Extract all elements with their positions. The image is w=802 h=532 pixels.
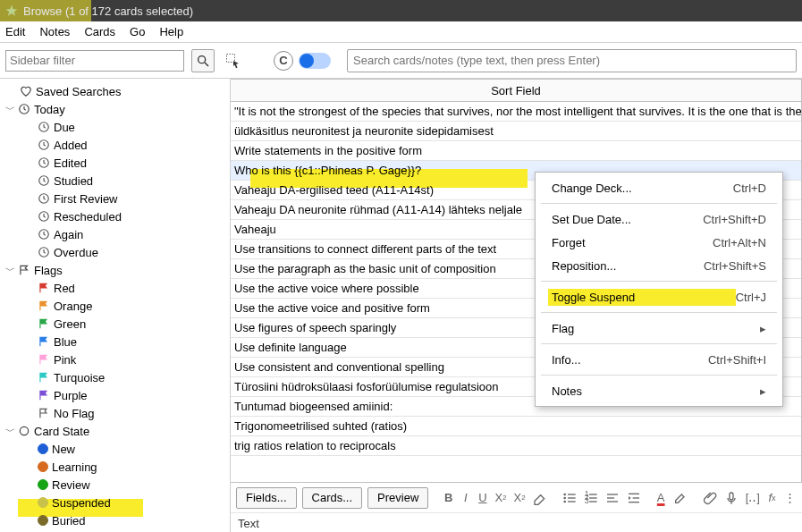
ul-button[interactable]	[561, 487, 578, 509]
highlight-button[interactable]	[672, 487, 688, 509]
preview-button[interactable]: Preview	[367, 487, 428, 509]
sidebar-saved-searches[interactable]: Saved Searches	[0, 82, 230, 100]
caret-down-icon[interactable]: ﹀	[5, 103, 14, 116]
clock-icon	[38, 174, 50, 187]
sidebar-label: First Review	[54, 192, 118, 206]
anki-app-icon	[5, 4, 18, 17]
menu-item-label: Info...	[552, 353, 708, 367]
sidebar-state-item[interactable]: New	[0, 440, 230, 458]
record-button[interactable]	[723, 487, 739, 509]
menu-help[interactable]: Help	[159, 25, 183, 38]
context-menu-item[interactable]: Reposition...Ctrl+Shift+S	[536, 254, 782, 277]
cards-notes-toggle-label: C	[274, 51, 293, 71]
svg-rect-32	[730, 493, 733, 500]
context-menu-item[interactable]: Toggle SuspendCtrl+J	[536, 285, 782, 308]
sidebar-today-item[interactable]: Added	[0, 136, 230, 154]
sidebar-today[interactable]: ﹀ Today	[0, 100, 230, 118]
caret-down-icon[interactable]: ﹀	[5, 425, 14, 438]
sidebar-flag-item[interactable]: Red	[0, 279, 230, 297]
sidebar-state-item[interactable]: Review	[0, 476, 230, 494]
search-input[interactable]	[347, 49, 797, 72]
sidebar-today-item[interactable]: Again	[0, 225, 230, 243]
sidebar-label: Turquoise	[54, 371, 105, 384]
align-button[interactable]	[604, 487, 620, 509]
context-menu-item[interactable]: Flag	[536, 317, 782, 340]
sidebar-label: Learning	[52, 460, 97, 474]
subscript-button[interactable]: X2	[513, 487, 527, 509]
sidebar-flag-item[interactable]: Purple	[0, 386, 230, 404]
cards-button[interactable]: Cards...	[302, 487, 363, 509]
more-button[interactable]: ⋮	[783, 487, 797, 509]
table-row[interactable]: "It is not the strongest of the species …	[231, 102, 801, 122]
state-dot-icon	[38, 515, 48, 526]
fields-button[interactable]: Fields...	[236, 487, 297, 509]
context-menu-item[interactable]: Info...Ctrl+Shift+I	[536, 348, 782, 371]
sidebar-today-item[interactable]: Overdue	[0, 243, 230, 261]
sidebar-flag-item[interactable]: Orange	[0, 297, 230, 315]
underline-button[interactable]: U	[477, 487, 488, 509]
sidebar-flag-item[interactable]: Pink	[0, 350, 230, 368]
window-titlebar: Browse (1 of 172 cards selected)	[0, 0, 802, 21]
sidebar-flag-item[interactable]: No Flag	[0, 404, 230, 422]
select-tool-button[interactable]	[222, 49, 245, 72]
sidebar-state-item[interactable]: Buried	[0, 511, 230, 529]
context-menu-item[interactable]: Set Due Date...Ctrl+Shift+D	[536, 207, 782, 231]
sidebar-label: Suspended	[52, 496, 111, 510]
row-text: Tuntumad biogeensed amiinid:	[234, 400, 393, 413]
sidebar-label: Rescheduled	[54, 210, 122, 224]
clock-icon	[38, 192, 50, 205]
context-menu-item[interactable]: Change Deck...Ctrl+D	[536, 176, 782, 199]
menu-item-label: Set Due Date...	[552, 213, 703, 226]
table-row[interactable]: Trigonomeetrilised suhted (ratios)	[231, 417, 801, 436]
grid-header[interactable]: Sort Field	[231, 79, 802, 102]
sidebar-label: Card State	[34, 425, 89, 438]
sidebar-card-state[interactable]: ﹀ Card State	[0, 422, 230, 440]
field-label-text: Text	[231, 512, 802, 532]
clock-icon	[38, 139, 50, 151]
menu-notes[interactable]: Notes	[39, 25, 70, 38]
cards-notes-toggle[interactable]	[299, 53, 331, 69]
paperclip-icon	[703, 491, 717, 505]
sidebar-today-item[interactable]: Rescheduled	[0, 207, 230, 225]
table-row[interactable]: üldkäsitlus neuronitest ja neuronite sid…	[231, 122, 801, 141]
sidebar-flags[interactable]: ﹀ Flags	[0, 261, 230, 279]
context-menu-item[interactable]: ForgetCtrl+Alt+N	[536, 231, 782, 254]
sidebar-flag-item[interactable]: Turquoise	[0, 368, 230, 386]
text-color-button[interactable]: A	[655, 487, 667, 509]
sidebar-flag-item[interactable]: Blue	[0, 333, 230, 350]
table-row[interactable]: Write statements in the positive form	[231, 141, 801, 161]
superscript-button[interactable]: X2	[494, 487, 507, 509]
sidebar-state-item[interactable]: Learning	[0, 458, 230, 476]
sidebar-today-item[interactable]: First Review	[0, 190, 230, 207]
menu-edit[interactable]: Edit	[5, 25, 25, 38]
sidebar-filter-input[interactable]	[5, 50, 184, 72]
cloze-button[interactable]: [‥]	[745, 487, 761, 509]
fx-button[interactable]: fx	[766, 487, 778, 509]
row-text: Who is this {{c1::Phineas P. Gage}}?	[234, 164, 421, 177]
context-menu-item[interactable]: Notes	[536, 379, 782, 402]
ol-button[interactable]: 123	[583, 487, 599, 509]
editor-toolbar: Fields... Cards... Preview B I U X2 X2 1…	[231, 482, 802, 512]
svg-point-16	[563, 500, 566, 502]
list-ul-icon	[562, 491, 577, 505]
clock-icon	[38, 246, 50, 258]
row-text: Use consistent and conventional spelling	[234, 360, 444, 374]
sidebar-today-item[interactable]: Edited	[0, 154, 230, 172]
italic-button[interactable]: I	[460, 487, 471, 509]
sidebar-today-item[interactable]: Studied	[0, 172, 230, 190]
indent-icon	[627, 491, 641, 505]
sidebar-flag-item[interactable]: Green	[0, 315, 230, 333]
indent-button[interactable]	[626, 487, 642, 509]
sidebar-state-item[interactable]: Suspended	[0, 494, 230, 511]
menu-cards[interactable]: Cards	[84, 25, 115, 38]
caret-down-icon[interactable]: ﹀	[5, 264, 14, 277]
menu-go[interactable]: Go	[130, 25, 145, 38]
attach-button[interactable]	[702, 487, 718, 509]
flag-icon	[38, 282, 50, 294]
search-button[interactable]	[191, 49, 215, 72]
table-row[interactable]: trig ratios relation to reciprocals	[231, 436, 801, 456]
sidebar-today-item[interactable]: Due	[0, 118, 230, 136]
row-text: "It is not the strongest of the species …	[234, 105, 801, 118]
clear-format-button[interactable]	[532, 487, 548, 509]
bold-button[interactable]: B	[443, 487, 454, 509]
